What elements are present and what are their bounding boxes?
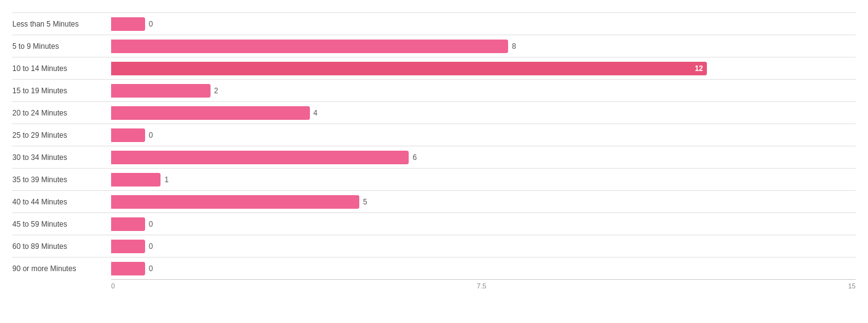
bar-wrapper: 4 <box>111 106 856 120</box>
bar-value: 0 <box>149 240 153 253</box>
bar-value: 6 <box>412 151 417 164</box>
bar-row: 30 to 34 Minutes6 <box>12 146 856 168</box>
bar-value: 5 <box>363 195 367 209</box>
bar-fill <box>111 195 359 209</box>
bar-row: 35 to 39 Minutes1 <box>12 168 856 190</box>
bar-wrapper: 12 <box>111 62 856 75</box>
bar-row: 10 to 14 Minutes12 <box>12 57 856 79</box>
bar-row: 45 to 59 Minutes0 <box>12 212 856 235</box>
bar-fill <box>111 128 145 142</box>
bar-label: Less than 5 Minutes <box>12 20 111 28</box>
bar-value: 12 <box>695 64 703 73</box>
bar-label: 60 to 89 Minutes <box>12 242 111 251</box>
bar-fill <box>111 17 145 31</box>
bar-label: 90 or more Minutes <box>12 264 111 273</box>
bar-row: 90 or more Minutes0 <box>12 257 856 279</box>
bar-value: 4 <box>314 106 318 120</box>
bar-wrapper: 0 <box>111 262 856 275</box>
bar-row: 15 to 19 Minutes2 <box>12 79 856 101</box>
bar-wrapper: 0 <box>111 217 856 231</box>
bar-fill <box>111 106 310 120</box>
x-tick: 15 <box>848 282 856 290</box>
bar-label: 15 to 19 Minutes <box>12 86 111 95</box>
bar-fill <box>111 40 508 53</box>
bar-label: 35 to 39 Minutes <box>12 175 111 184</box>
bar-row: 5 to 9 Minutes8 <box>12 35 856 57</box>
bar-wrapper: 8 <box>111 40 856 53</box>
chart-area: Less than 5 Minutes05 to 9 Minutes810 to… <box>12 12 856 279</box>
bar-value: 2 <box>214 84 219 98</box>
bar-fill <box>111 240 145 253</box>
bar-wrapper: 0 <box>111 240 856 253</box>
bar-value: 8 <box>512 40 516 53</box>
bar-wrapper: 1 <box>111 173 856 187</box>
bar-value: 1 <box>164 173 169 187</box>
bar-wrapper: 0 <box>111 17 856 31</box>
bar-label: 40 to 44 Minutes <box>12 198 111 206</box>
bar-value: 0 <box>149 128 153 142</box>
bar-label: 10 to 14 Minutes <box>12 64 111 73</box>
bar-fill <box>111 84 211 98</box>
bar-fill: 12 <box>111 62 707 75</box>
bar-wrapper: 6 <box>111 151 856 164</box>
bar-value: 0 <box>149 17 153 31</box>
bar-value: 0 <box>149 262 153 275</box>
bar-label: 25 to 29 Minutes <box>12 131 111 140</box>
bar-row: 40 to 44 Minutes5 <box>12 190 856 212</box>
bar-label: 30 to 34 Minutes <box>12 153 111 162</box>
x-tick: 7.5 <box>477 282 486 290</box>
bar-label: 45 to 59 Minutes <box>12 220 111 229</box>
bar-wrapper: 0 <box>111 128 856 142</box>
bar-fill <box>111 173 161 187</box>
bar-row: 25 to 29 Minutes0 <box>12 124 856 146</box>
bar-value: 0 <box>149 217 153 231</box>
bar-fill <box>111 151 409 164</box>
bar-label: 5 to 9 Minutes <box>12 42 111 51</box>
bar-row: 20 to 24 Minutes4 <box>12 101 856 124</box>
bar-fill <box>111 262 145 275</box>
x-axis: 07.515 <box>12 282 856 290</box>
bar-row: 60 to 89 Minutes0 <box>12 235 856 257</box>
bar-fill <box>111 217 145 231</box>
bar-wrapper: 2 <box>111 84 856 98</box>
chart-container: Less than 5 Minutes05 to 9 Minutes810 to… <box>0 0 868 314</box>
bar-label: 20 to 24 Minutes <box>12 109 111 117</box>
bar-wrapper: 5 <box>111 195 856 209</box>
x-axis-line <box>111 279 856 280</box>
bar-row: Less than 5 Minutes0 <box>12 12 856 35</box>
x-tick: 0 <box>111 282 115 290</box>
